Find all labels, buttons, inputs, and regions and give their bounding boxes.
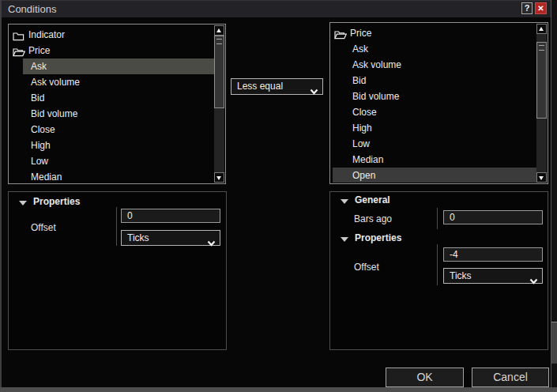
list-item-label: Bid	[352, 73, 366, 89]
offset-unit-value: Ticks	[127, 231, 149, 246]
arrow-down-icon	[539, 176, 544, 180]
collapse-triangle-icon[interactable]	[341, 199, 348, 204]
divider	[116, 207, 117, 246]
list-item-indicator[interactable]: Indicator	[9, 27, 214, 43]
close-icon: ✕	[537, 4, 544, 13]
arrow-up-icon	[539, 27, 544, 31]
list-item-label: Low	[352, 136, 370, 152]
help-icon: ?	[525, 3, 530, 13]
chevron-down-icon	[310, 84, 318, 98]
list-item-label: Close	[31, 122, 55, 138]
list-item-label: Open	[352, 168, 375, 183]
list-item-label: Bid volume	[352, 89, 399, 104]
collapse-triangle-icon[interactable]	[341, 237, 348, 242]
list-item-label: Ask	[352, 41, 368, 57]
background-window-bottom-edge	[0, 387, 557, 392]
grip-icon	[539, 45, 544, 51]
offset-label: Offset	[354, 260, 379, 274]
list-item-label: High	[352, 120, 372, 136]
arrow-down-icon	[216, 176, 221, 180]
collapse-triangle-icon[interactable]	[19, 201, 27, 205]
list-item-high[interactable]: High	[331, 120, 536, 136]
background-window-scroll-fragment	[551, 322, 557, 364]
list-item-ask-volume[interactable]: Ask volume	[331, 57, 536, 73]
scroll-down-button[interactable]	[536, 172, 547, 183]
list-item-bid-volume[interactable]: Bid volume	[331, 89, 536, 104]
list-item-bid-volume[interactable]: Bid volume	[9, 106, 214, 122]
list-item-label: Median	[31, 169, 62, 183]
offset-unit-value: Ticks	[450, 269, 472, 284]
list-item-high[interactable]: High	[9, 138, 214, 153]
list-item-open[interactable]: Open	[331, 168, 536, 183]
operator-dropdown[interactable]: Less equal	[231, 78, 323, 95]
offset-input[interactable]	[121, 209, 220, 223]
right-list-scrollbar[interactable]	[536, 24, 547, 183]
right-operand-list: PriceAskAsk volumeBidBid volumeCloseHigh…	[329, 22, 548, 184]
bars-ago-label: Bars ago	[354, 212, 392, 226]
grip-icon	[216, 39, 222, 44]
left-operand-rows: IndicatorPriceAskAsk volumeBidBid volume…	[9, 25, 214, 183]
list-item-median[interactable]: Median	[9, 169, 214, 183]
scroll-up-button[interactable]	[214, 25, 224, 36]
offset-unit-dropdown[interactable]: Ticks	[443, 268, 543, 284]
list-item-close[interactable]: Close	[331, 104, 536, 120]
properties-section-header[interactable]: Properties	[33, 196, 80, 207]
divider	[437, 208, 438, 229]
offset-label: Offset	[31, 220, 56, 235]
scrollbar-thumb[interactable]	[536, 42, 547, 119]
list-item-label: Bid	[31, 90, 44, 106]
bars-ago-input[interactable]	[443, 210, 543, 224]
list-item-ask-volume[interactable]: Ask volume	[9, 74, 214, 90]
list-item-label: High	[31, 138, 51, 153]
right-properties-panel: General Bars ago Properties Offset Ticks	[329, 191, 548, 350]
conditions-dialog: Conditions ? ✕ IndicatorPriceAskAsk volu…	[0, 0, 551, 387]
list-item-label: Low	[31, 153, 48, 169]
offset-input[interactable]	[443, 247, 543, 262]
left-properties-panel: Properties Offset Ticks	[8, 191, 227, 350]
ok-button[interactable]: OK	[386, 368, 464, 387]
selection-highlight	[23, 58, 214, 74]
left-operand-list: IndicatorPriceAskAsk volumeBidBid volume…	[8, 24, 226, 184]
list-item-median[interactable]: Median	[331, 152, 536, 168]
list-item-ask[interactable]: Ask	[331, 41, 536, 57]
list-item-label: Indicator	[28, 27, 65, 43]
operator-value: Less equal	[237, 79, 283, 94]
list-item-price[interactable]: Price	[331, 25, 536, 41]
title-bar: Conditions	[2, 1, 551, 17]
list-item-label: Price	[28, 43, 50, 58]
dialog-top-edge	[0, 0, 551, 1]
cancel-button[interactable]: Cancel	[472, 368, 549, 387]
divider	[437, 244, 438, 285]
list-item-label: Ask	[31, 58, 47, 74]
list-item-label: Close	[352, 104, 377, 120]
list-item-bid[interactable]: Bid	[9, 90, 214, 106]
list-item-low[interactable]: Low	[9, 153, 214, 169]
close-button[interactable]: ✕	[535, 2, 547, 14]
scroll-up-button[interactable]	[536, 24, 547, 34]
list-item-price[interactable]: Price	[9, 43, 214, 58]
list-item-close[interactable]: Close	[9, 122, 214, 138]
scroll-down-button[interactable]	[214, 172, 224, 183]
list-item-bid[interactable]: Bid	[331, 73, 536, 89]
dialog-title: Conditions	[8, 1, 56, 17]
right-operand-rows: PriceAskAsk volumeBidBid volumeCloseHigh…	[331, 24, 536, 183]
left-list-scrollbar[interactable]	[214, 25, 224, 183]
list-item-label: Price	[350, 25, 371, 41]
chevron-down-icon	[529, 273, 538, 288]
chevron-down-icon	[207, 236, 216, 250]
list-item-label: Median	[352, 152, 383, 168]
offset-unit-dropdown[interactable]: Ticks	[121, 230, 220, 246]
scrollbar-thumb[interactable]	[214, 36, 224, 108]
help-button[interactable]: ?	[521, 2, 533, 14]
list-item-low[interactable]: Low	[331, 136, 536, 152]
dialog-left-edge	[0, 0, 2, 387]
list-item-label: Bid volume	[31, 106, 77, 122]
arrow-up-icon	[216, 28, 221, 32]
list-item-ask[interactable]: Ask	[9, 58, 214, 74]
list-item-label: Ask volume	[31, 74, 80, 90]
properties-section-header[interactable]: Properties	[355, 232, 401, 243]
general-section-header[interactable]: General	[355, 194, 390, 205]
list-item-label: Ask volume	[352, 57, 401, 73]
